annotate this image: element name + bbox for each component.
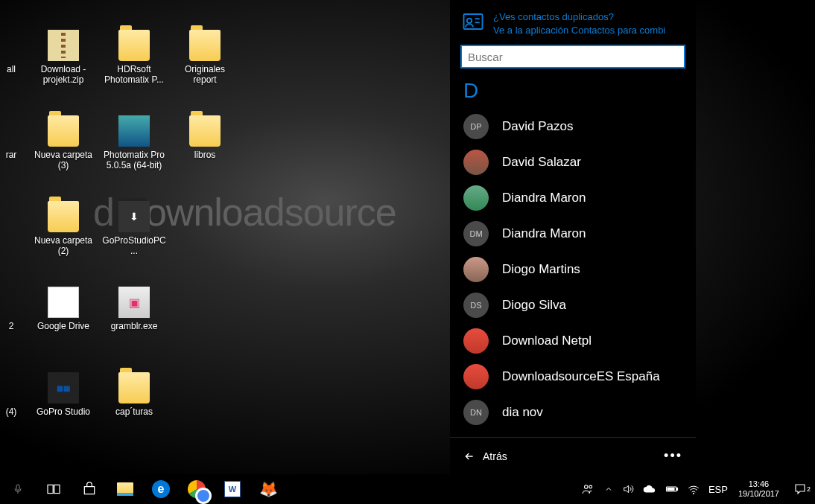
more-button[interactable]: ••• [664, 448, 682, 464]
task-view-icon[interactable] [36, 474, 72, 504]
svg-point-1 [467, 19, 472, 23]
contact-row[interactable]: Download Netpl [450, 323, 696, 359]
desktop-icon[interactable]: ⬇GoProStudioPC... [101, 201, 168, 256]
file-icon [118, 115, 150, 147]
people-panel: ¿Ves contactos duplicados? Ve a la aplic… [450, 0, 696, 474]
contact-name: DownloadsourceES España [502, 369, 660, 384]
avatar [463, 257, 489, 282]
svg-rect-6 [54, 485, 60, 493]
svg-rect-11 [667, 488, 674, 491]
desktop-icon[interactable]: ▦▦GoPro Studio [30, 372, 97, 417]
avatar: DM [463, 221, 489, 246]
file-icon [189, 30, 221, 61]
people-taskbar-icon[interactable] [576, 474, 600, 504]
contact-name: dia nov [502, 405, 543, 420]
duplicates-banner[interactable]: ¿Ves contactos duplicados? Ve a la aplic… [450, 0, 696, 45]
desktop-icon[interactable]: Nueva carpeta (2) [30, 201, 97, 256]
notif-count: 2 [807, 485, 811, 493]
gimp-icon[interactable]: 🦊 [250, 474, 286, 504]
icon-label: Photomatix Pro 5.0.5a (64-bit) [102, 150, 166, 170]
cortana-mic-icon[interactable] [0, 474, 36, 504]
desktop-icon[interactable]: Originales report [171, 30, 238, 85]
avatar: DN [463, 400, 489, 425]
contact-name: David Pazos [502, 119, 573, 134]
contact-row[interactable]: DNdia nov [450, 395, 696, 430]
desktop-icon[interactable]: Google Drive [30, 287, 97, 331]
file-icon [7, 30, 15, 61]
arrow-left-icon [463, 450, 475, 462]
file-icon [48, 287, 79, 318]
wifi-icon[interactable] [683, 474, 704, 504]
contact-name: Diogo Silva [502, 298, 566, 313]
avatar [463, 185, 489, 211]
contact-row[interactable]: Diandra Maron [450, 180, 696, 216]
contact-name: Diogo Martins [502, 262, 580, 277]
back-button[interactable]: Atrás [463, 450, 507, 462]
action-center-icon[interactable]: 2 [785, 482, 815, 496]
chrome-icon[interactable] [179, 474, 215, 504]
contact-name: Diandra Maron [502, 226, 586, 241]
edge-icon[interactable]: e [143, 474, 179, 504]
icon-label: gramblr.exe [111, 321, 158, 331]
svg-rect-10 [676, 488, 678, 491]
contact-row[interactable]: Diogo Martins [450, 252, 696, 287]
contact-card-icon [462, 10, 484, 33]
file-icon [48, 115, 79, 147]
contact-name: Diandra Maron [502, 191, 586, 205]
avatar [463, 328, 489, 354]
desktop-icon[interactable]: HDRsoft Photomatix P... [101, 30, 168, 85]
file-icon [7, 287, 15, 318]
svg-point-8 [589, 485, 592, 488]
contact-name: David Salazar [502, 155, 581, 170]
store-icon[interactable] [72, 474, 107, 504]
icon-label: rar [6, 150, 17, 160]
file-icon [48, 201, 79, 232]
file-icon: ▦▦ [48, 372, 79, 403]
contact-row[interactable]: DownloadsourceES España [450, 359, 696, 395]
section-letter[interactable]: D [450, 76, 696, 109]
back-label: Atrás [483, 450, 507, 462]
battery-icon[interactable] [661, 474, 683, 504]
desktop-icon[interactable]: Photomatix Pro 5.0.5a (64-bit) [101, 115, 168, 170]
word-icon[interactable]: W [215, 474, 250, 504]
clock[interactable]: 13:46 19/10/2017 [732, 479, 785, 499]
contact-row[interactable]: David Salazar [450, 144, 696, 180]
icon-label: GoProStudioPC... [102, 235, 166, 256]
file-icon [48, 30, 79, 61]
time-text: 13:46 [749, 479, 770, 489]
panel-footer: Atrás ••• [450, 437, 696, 474]
file-icon [118, 372, 150, 403]
contacts-list: DPDavid PazosDavid SalazarDiandra MaronD… [450, 109, 696, 437]
file-icon: ▣ [118, 287, 150, 318]
banner-line1: ¿Ves contactos duplicados? [493, 10, 665, 24]
file-icon: ⬇ [118, 201, 150, 232]
banner-line2: Ve a la aplicación Contactos para combi [493, 24, 665, 37]
file-explorer-icon[interactable] [107, 474, 143, 504]
taskbar: e W 🦊 ESP 13:46 [0, 474, 815, 504]
icon-label: 2 [9, 321, 14, 331]
icon-label: GoPro Studio [37, 406, 90, 417]
icon-label: libros [194, 150, 216, 160]
contact-row[interactable]: DPDavid Pazos [450, 109, 696, 144]
file-icon [7, 115, 15, 147]
icon-label: Google Drive [37, 321, 89, 331]
language-indicator[interactable]: ESP [704, 474, 732, 504]
desktop-icon[interactable]: cap´turas [101, 372, 168, 417]
icon-label: Download - projekt.zip [31, 64, 95, 85]
icon-label: Originales report [173, 64, 237, 85]
svg-point-7 [584, 485, 588, 489]
desktop-icon[interactable]: ▣gramblr.exe [101, 287, 168, 331]
desktop-icon[interactable]: libros [171, 115, 238, 160]
svg-rect-4 [16, 485, 19, 490]
desktop-icon[interactable]: Nueva carpeta (3) [30, 115, 97, 170]
avatar: DP [463, 114, 489, 139]
tray-chevron-icon[interactable] [600, 474, 618, 504]
contact-row[interactable]: DSDiogo Silva [450, 287, 696, 323]
contact-name: Download Netpl [502, 334, 592, 348]
avatar [463, 150, 489, 175]
search-input[interactable] [460, 45, 685, 68]
onedrive-icon[interactable] [638, 474, 661, 504]
desktop-icon[interactable]: Download - projekt.zip [30, 30, 97, 85]
contact-row[interactable]: DMDiandra Maron [450, 216, 696, 252]
volume-icon[interactable] [618, 474, 638, 504]
